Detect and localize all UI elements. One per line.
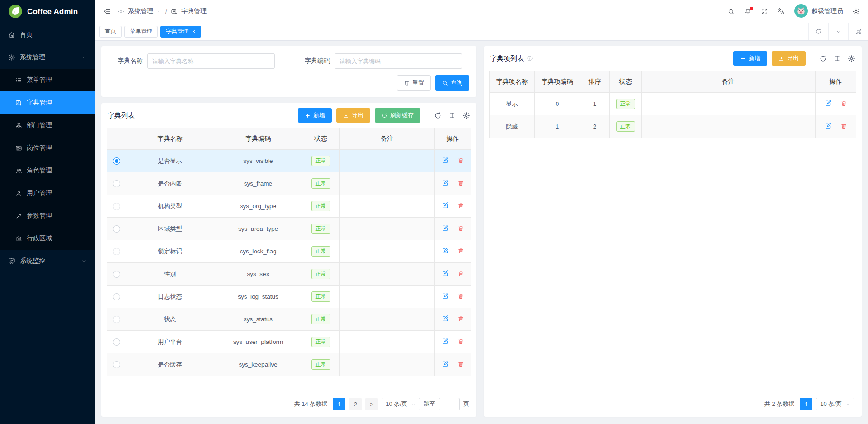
sidebar-item-dict-mgmt[interactable]: 字典管理 xyxy=(0,91,95,114)
delete-icon[interactable] xyxy=(458,361,464,367)
edit-icon[interactable] xyxy=(442,315,449,322)
sidebar-item-post-mgmt[interactable]: 岗位管理 xyxy=(0,137,95,159)
info-icon[interactable] xyxy=(527,55,533,62)
breadcrumb-level2[interactable]: 字典管理 xyxy=(181,7,207,15)
page-button-1[interactable]: 1 xyxy=(333,398,345,410)
table-row[interactable]: 机构类型 sys_org_type 正常 xyxy=(107,195,471,218)
chevron-down-icon xyxy=(81,258,87,264)
edit-icon[interactable] xyxy=(442,360,449,367)
edit-icon[interactable] xyxy=(442,224,449,232)
tab-home[interactable]: 首页 xyxy=(99,26,122,38)
row-radio[interactable] xyxy=(113,180,120,187)
sidebar-item-home[interactable]: 首页 xyxy=(0,24,95,46)
add-dict-button[interactable]: 新增 xyxy=(298,108,332,123)
delete-icon[interactable] xyxy=(458,157,464,164)
refresh-table-icon[interactable] xyxy=(434,112,442,119)
column-settings-gear-icon[interactable] xyxy=(848,55,855,62)
table-row[interactable]: 隐藏 1 2 正常 xyxy=(490,115,856,138)
sidebar-item-system-monitor[interactable]: 系统监控 xyxy=(0,250,95,272)
user-menu[interactable]: 超级管理员 xyxy=(794,4,843,19)
maximize-content-icon[interactable] xyxy=(848,23,868,40)
row-radio[interactable] xyxy=(113,248,120,255)
row-radio[interactable] xyxy=(113,316,120,323)
table-row[interactable]: 锁定标记 sys_lock_flag 正常 xyxy=(107,240,471,263)
row-radio[interactable] xyxy=(113,225,120,233)
sidebar-item-dept-mgmt[interactable]: 部门管理 xyxy=(0,114,95,137)
row-radio[interactable] xyxy=(113,203,120,210)
refresh-tabs-icon[interactable] xyxy=(808,23,828,40)
delete-icon[interactable] xyxy=(458,202,464,209)
table-row[interactable]: 日志状态 sys_log_status 正常 xyxy=(107,286,471,308)
row-radio[interactable] xyxy=(113,338,120,346)
next-page-button[interactable]: > xyxy=(365,398,378,410)
delete-icon[interactable] xyxy=(458,248,464,254)
table-row[interactable]: 状态 sys_status 正常 xyxy=(107,308,471,331)
delete-icon[interactable] xyxy=(840,100,847,107)
delete-icon[interactable] xyxy=(840,123,847,129)
brand[interactable]: Coffee Admin xyxy=(0,0,95,24)
dict-name-input[interactable] xyxy=(147,53,275,69)
edit-icon[interactable] xyxy=(442,338,449,345)
dict-code-input[interactable] xyxy=(335,53,462,69)
tab-menu-mgmt[interactable]: 菜单管理 xyxy=(124,26,158,38)
delete-icon[interactable] xyxy=(458,315,464,322)
reset-button[interactable]: 重置 xyxy=(397,75,431,91)
row-height-icon[interactable] xyxy=(834,55,841,62)
export-dict-button[interactable]: 导出 xyxy=(336,108,370,123)
settings-gear-icon[interactable] xyxy=(852,8,860,15)
refresh-table-icon[interactable] xyxy=(819,55,827,62)
sidebar-item-system-mgmt[interactable]: 系统管理 xyxy=(0,46,95,69)
table-row[interactable]: 区域类型 sys_area_type 正常 xyxy=(107,218,471,240)
edit-icon[interactable] xyxy=(442,157,449,164)
add-dict-item-button[interactable]: 新增 xyxy=(733,51,767,66)
menu-fold-icon[interactable] xyxy=(103,7,111,15)
table-row[interactable]: 用户平台 sys_user_platform 正常 xyxy=(107,331,471,353)
bell-icon[interactable] xyxy=(744,8,752,15)
refresh-cache-button[interactable]: 刷新缓存 xyxy=(375,108,420,123)
translate-icon[interactable] xyxy=(777,7,785,15)
search-icon[interactable] xyxy=(727,8,735,15)
column-settings-gear-icon[interactable] xyxy=(462,112,470,119)
breadcrumb-level1[interactable]: 系统管理 xyxy=(128,7,153,15)
edit-icon[interactable] xyxy=(825,100,832,107)
table-row[interactable]: 是否显示 sys_visible 正常 xyxy=(107,150,471,172)
edit-icon[interactable] xyxy=(442,270,449,277)
row-radio[interactable] xyxy=(113,157,120,165)
sidebar-item-menu-mgmt[interactable]: 菜单管理 xyxy=(0,69,95,91)
row-radio[interactable] xyxy=(113,293,120,300)
export-dict-item-button[interactable]: 导出 xyxy=(772,51,806,66)
edit-icon[interactable] xyxy=(442,247,449,254)
table-row[interactable]: 性别 sys_sex 正常 xyxy=(107,263,471,286)
row-radio[interactable] xyxy=(113,271,120,278)
delete-icon[interactable] xyxy=(458,270,464,277)
delete-icon[interactable] xyxy=(458,225,464,232)
row-radio[interactable] xyxy=(113,361,120,368)
table-row[interactable]: 是否内嵌 sys_frame 正常 xyxy=(107,172,471,195)
sidebar-item-param-mgmt[interactable]: 参数管理 xyxy=(0,205,95,227)
sidebar-item-role-mgmt[interactable]: 角色管理 xyxy=(0,159,95,182)
delete-icon[interactable] xyxy=(458,180,464,186)
row-height-icon[interactable] xyxy=(448,112,456,119)
delete-icon[interactable] xyxy=(458,338,464,345)
sidebar-item-admin-region[interactable]: 行政区域 xyxy=(0,227,95,250)
delete-icon[interactable] xyxy=(458,293,464,300)
jump-page-input[interactable] xyxy=(439,398,460,410)
page-size-select[interactable]: 10 条/页 xyxy=(816,398,854,410)
fullscreen-icon[interactable] xyxy=(761,8,768,15)
page-size-select[interactable]: 10 条/页 xyxy=(382,398,420,410)
tab-dict-mgmt[interactable]: 字典管理 xyxy=(160,26,201,38)
edit-icon[interactable] xyxy=(442,292,449,300)
page-button-2[interactable]: 2 xyxy=(349,398,362,410)
column-header-action: 操作 xyxy=(435,128,471,150)
table-row[interactable]: 显示 0 1 正常 xyxy=(490,93,856,115)
close-icon[interactable] xyxy=(192,29,196,33)
tab-options-chevron-icon[interactable] xyxy=(828,23,848,40)
query-button[interactable]: 查询 xyxy=(435,75,469,91)
page-button-1[interactable]: 1 xyxy=(800,398,812,410)
sidebar-item-user-mgmt[interactable]: 用户管理 xyxy=(0,182,95,205)
cell-dict-code: sys_log_status xyxy=(214,286,302,308)
table-row[interactable]: 是否缓存 sys_keepalive 正常 xyxy=(107,353,471,376)
edit-icon[interactable] xyxy=(442,202,449,209)
edit-icon[interactable] xyxy=(825,122,832,129)
edit-icon[interactable] xyxy=(442,179,449,186)
